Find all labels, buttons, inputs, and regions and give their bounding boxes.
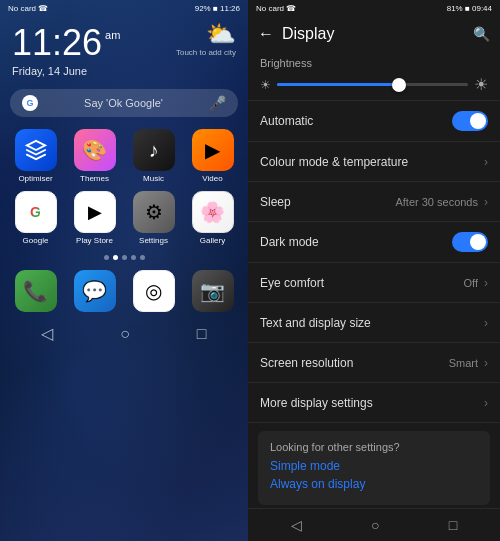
clock-section: 11:26 am ⛅ Touch to add city	[0, 17, 248, 65]
dot-2	[113, 255, 118, 260]
header-left: ← Display	[258, 25, 334, 43]
status-right-icons: 92% ■ 11:26	[195, 4, 240, 13]
camera-icon: 📷	[192, 270, 234, 312]
google-label: Google	[23, 236, 49, 245]
setting-automatic[interactable]: Automatic	[248, 101, 500, 142]
themes-icon: 🎨	[74, 129, 116, 171]
app-playstore[interactable]: ▶ Play Store	[67, 191, 122, 245]
video-icon: ▶	[192, 129, 234, 171]
always-on-display-link[interactable]: Always on display	[270, 477, 478, 491]
sun-icon-large: ☀	[474, 75, 488, 94]
setting-dark-mode[interactable]: Dark mode	[248, 222, 500, 263]
eye-comfort-label: Eye comfort	[260, 276, 324, 290]
dot-4	[131, 255, 136, 260]
app-chrome[interactable]: ◎	[126, 270, 181, 312]
video-label: Video	[202, 174, 222, 183]
setting-colour-mode[interactable]: Colour mode & temperature ›	[248, 142, 500, 182]
search-icon-right[interactable]: 🔍	[473, 26, 490, 42]
screen-resolution-label: Screen resolution	[260, 356, 353, 370]
screen-resolution-chevron: ›	[484, 356, 488, 370]
setting-screen-resolution[interactable]: Screen resolution Smart ›	[248, 343, 500, 383]
more-display-label: More display settings	[260, 396, 373, 410]
status-bar-left: No card ☎ 92% ■ 11:26	[0, 0, 248, 17]
bottom-nav-left: ◁ ○ □	[0, 316, 248, 351]
music-icon: ♪	[133, 129, 175, 171]
nav-back-left[interactable]: ◁	[41, 324, 53, 343]
weather-icon: ⛅	[176, 20, 236, 48]
page-dots	[0, 249, 248, 266]
setting-eye-comfort[interactable]: Eye comfort Off ›	[248, 263, 500, 303]
settings-label: Settings	[139, 236, 168, 245]
bottom-nav-right: ◁ ○ □	[248, 508, 500, 541]
sleep-right: After 30 seconds ›	[395, 195, 488, 209]
screen-resolution-value: Smart	[449, 357, 478, 369]
automatic-toggle-thumb	[470, 113, 486, 129]
sun-icon-small: ☀	[260, 78, 271, 92]
looking-for-text: Looking for other settings?	[270, 441, 478, 453]
mic-icon[interactable]: 🎤	[209, 95, 226, 111]
brightness-slider[interactable]	[277, 83, 468, 86]
nav-recent-right[interactable]: □	[449, 517, 457, 533]
status-right-left-text: No card ☎	[256, 4, 296, 13]
optimiser-label: Optimiser	[18, 174, 52, 183]
dark-mode-toggle[interactable]	[452, 232, 488, 252]
search-placeholder: Say 'Ok Google'	[38, 97, 209, 109]
app-camera[interactable]: 📷	[185, 270, 240, 312]
dark-mode-toggle-thumb	[470, 234, 486, 250]
app-grid-row2: G Google ▶ Play Store ⚙ Settings 🌸 Galle…	[0, 187, 248, 249]
dot-1	[104, 255, 109, 260]
app-google[interactable]: G Google	[8, 191, 63, 245]
display-header: ← Display 🔍	[248, 17, 500, 49]
setting-text-display[interactable]: Text and display size ›	[248, 303, 500, 343]
left-panel: No card ☎ 92% ■ 11:26 11:26 am ⛅ Touch t…	[0, 0, 248, 541]
settings-list: Brightness ☀ ☀ Automatic Colour mode & t…	[248, 49, 500, 508]
eye-comfort-right: Off ›	[464, 276, 488, 290]
messages-icon: 💬	[74, 270, 116, 312]
colour-mode-label: Colour mode & temperature	[260, 155, 408, 169]
app-optimiser[interactable]: Optimiser	[8, 129, 63, 183]
search-bar[interactable]: G Say 'Ok Google' 🎤	[10, 89, 238, 117]
nav-back-right[interactable]: ◁	[291, 517, 302, 533]
status-right-right-text: 81% ■ 09:44	[447, 4, 492, 13]
app-phone[interactable]: 📞	[8, 270, 63, 312]
dot-5	[140, 255, 145, 260]
brightness-thumb	[392, 78, 406, 92]
music-label: Music	[143, 174, 164, 183]
dark-mode-label: Dark mode	[260, 235, 319, 249]
app-messages[interactable]: 💬	[67, 270, 122, 312]
more-settings-box: Looking for other settings? Simple mode …	[258, 431, 490, 505]
simple-mode-link[interactable]: Simple mode	[270, 459, 478, 473]
gallery-icon: 🌸	[192, 191, 234, 233]
bottom-apps: 📞 💬 ◎ 📷	[0, 266, 248, 316]
back-button[interactable]: ←	[258, 25, 274, 43]
status-bar-right: No card ☎ 81% ■ 09:44	[248, 0, 500, 17]
eye-comfort-value: Off	[464, 277, 478, 289]
themes-label: Themes	[80, 174, 109, 183]
automatic-label: Automatic	[260, 114, 313, 128]
playstore-label: Play Store	[76, 236, 113, 245]
app-music[interactable]: ♪ Music	[126, 129, 181, 183]
dot-3	[122, 255, 127, 260]
eye-comfort-chevron: ›	[484, 276, 488, 290]
app-grid-row1: Optimiser 🎨 Themes ♪ Music ▶ Video	[0, 125, 248, 187]
nav-home-left[interactable]: ○	[120, 325, 130, 343]
brightness-label: Brightness	[260, 57, 488, 69]
gallery-label: Gallery	[200, 236, 225, 245]
app-themes[interactable]: 🎨 Themes	[67, 129, 122, 183]
app-settings[interactable]: ⚙ Settings	[126, 191, 181, 245]
app-gallery[interactable]: 🌸 Gallery	[185, 191, 240, 245]
settings-icon: ⚙	[133, 191, 175, 233]
google-g-icon: G	[22, 95, 38, 111]
chrome-icon: ◎	[133, 270, 175, 312]
touch-to-add[interactable]: Touch to add city	[176, 48, 236, 57]
brightness-section: Brightness ☀ ☀	[248, 49, 500, 101]
setting-sleep[interactable]: Sleep After 30 seconds ›	[248, 182, 500, 222]
app-video[interactable]: ▶ Video	[185, 129, 240, 183]
right-panel: No card ☎ 81% ■ 09:44 ← Display 🔍 Bright…	[248, 0, 500, 541]
automatic-toggle[interactable]	[452, 111, 488, 131]
sleep-value: After 30 seconds	[395, 196, 478, 208]
nav-home-right[interactable]: ○	[371, 517, 379, 533]
nav-recent-left[interactable]: □	[197, 325, 207, 343]
setting-more-display[interactable]: More display settings ›	[248, 383, 500, 423]
phone-icon: 📞	[15, 270, 57, 312]
